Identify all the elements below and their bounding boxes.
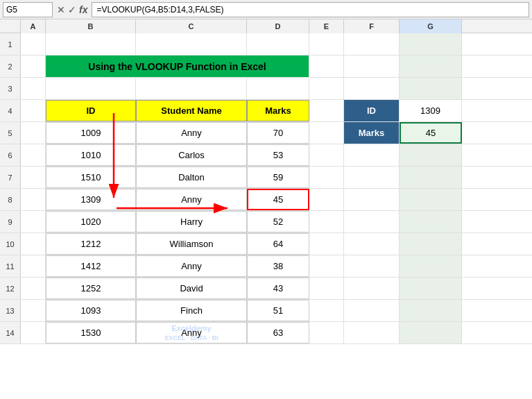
- cell-e11[interactable]: [309, 255, 344, 277]
- cell-g9[interactable]: [400, 211, 462, 232]
- cell-c12[interactable]: David: [136, 278, 247, 299]
- cell-c3[interactable]: [136, 78, 247, 99]
- col-header-a[interactable]: A: [21, 19, 46, 33]
- cell-c10[interactable]: Williamson: [136, 233, 247, 255]
- cell-d4-marks-header[interactable]: Marks: [247, 100, 309, 121]
- cell-g5-lookup-marks-value[interactable]: 45: [400, 122, 462, 144]
- cell-b13[interactable]: 1093: [46, 300, 136, 321]
- cell-a8[interactable]: [21, 189, 46, 210]
- cell-f4-lookup-id-label[interactable]: ID: [344, 100, 400, 121]
- cell-g10[interactable]: [400, 233, 462, 255]
- cell-e1[interactable]: [309, 33, 344, 55]
- cell-b3[interactable]: [46, 78, 136, 99]
- cell-f7[interactable]: [344, 167, 400, 188]
- col-header-g[interactable]: G: [400, 19, 462, 33]
- cell-e10[interactable]: [309, 233, 344, 255]
- cell-e9[interactable]: [309, 211, 344, 232]
- cell-e8[interactable]: [309, 189, 344, 210]
- cell-c7[interactable]: Dalton: [136, 167, 247, 188]
- cell-f14[interactable]: [344, 322, 400, 343]
- cell-c6[interactable]: Carlos: [136, 144, 247, 166]
- cell-c5[interactable]: Anny: [136, 122, 247, 144]
- cell-c4-name-header[interactable]: Student Name: [136, 100, 247, 121]
- function-icon[interactable]: fx: [79, 4, 87, 15]
- col-header-e[interactable]: E: [309, 19, 344, 33]
- cell-d9[interactable]: 52: [247, 211, 309, 232]
- title-cell[interactable]: Using the VLOOKUP Function in Excel: [46, 56, 309, 77]
- cell-g14[interactable]: [400, 322, 462, 343]
- cell-d12[interactable]: 43: [247, 278, 309, 299]
- cell-b6[interactable]: 1010: [46, 144, 136, 166]
- cell-e5[interactable]: [309, 122, 344, 144]
- cell-d1[interactable]: [247, 33, 309, 55]
- cell-g8[interactable]: [400, 189, 462, 210]
- cell-b12[interactable]: 1252: [46, 278, 136, 299]
- cell-b4-id-header[interactable]: ID: [46, 100, 136, 121]
- cell-d7[interactable]: 59: [247, 167, 309, 188]
- cell-g2[interactable]: [400, 56, 462, 77]
- cell-a12[interactable]: [21, 278, 46, 299]
- cell-d8[interactable]: 45: [247, 189, 309, 210]
- cell-f10[interactable]: [344, 233, 400, 255]
- name-box[interactable]: G5: [3, 2, 53, 17]
- cell-a5[interactable]: [21, 122, 46, 144]
- cell-a9[interactable]: [21, 211, 46, 232]
- cell-f5-lookup-marks-label[interactable]: Marks: [344, 122, 400, 144]
- cell-e4[interactable]: [309, 100, 344, 121]
- cell-g6[interactable]: [400, 144, 462, 166]
- cell-c9[interactable]: Harry: [136, 211, 247, 232]
- confirm-icon[interactable]: ✓: [68, 4, 76, 15]
- cell-f2[interactable]: [344, 56, 400, 77]
- cell-e13[interactable]: [309, 300, 344, 321]
- cell-f11[interactable]: [344, 255, 400, 277]
- cell-b9[interactable]: 1020: [46, 211, 136, 232]
- cell-f3[interactable]: [344, 78, 400, 99]
- cell-e3[interactable]: [309, 78, 344, 99]
- cell-e7[interactable]: [309, 167, 344, 188]
- cell-a7[interactable]: [21, 167, 46, 188]
- cell-g7[interactable]: [400, 167, 462, 188]
- cell-g12[interactable]: [400, 278, 462, 299]
- col-header-b[interactable]: B: [46, 19, 136, 33]
- cell-f8[interactable]: [344, 189, 400, 210]
- cell-a10[interactable]: [21, 233, 46, 255]
- cell-b8[interactable]: 1309: [46, 189, 136, 210]
- cell-b10[interactable]: 1212: [46, 233, 136, 255]
- cell-g4-lookup-id-value[interactable]: 1309: [400, 100, 462, 121]
- cell-c14[interactable]: Anny ExceldemyEXCEL · DATA · BI: [136, 322, 247, 343]
- cell-e6[interactable]: [309, 144, 344, 166]
- cell-f13[interactable]: [344, 300, 400, 321]
- cell-a14[interactable]: [21, 322, 46, 343]
- col-header-c[interactable]: C: [136, 19, 247, 33]
- cell-b5[interactable]: 1009: [46, 122, 136, 144]
- cell-d11[interactable]: 38: [247, 255, 309, 277]
- formula-input[interactable]: =VLOOKUP(G4,B5:D14,3,FALSE): [92, 2, 529, 17]
- cell-f6[interactable]: [344, 144, 400, 166]
- cell-d13[interactable]: 51: [247, 300, 309, 321]
- col-header-f[interactable]: F: [344, 19, 400, 33]
- cell-c13-finch[interactable]: Finch: [136, 300, 247, 321]
- cell-d5[interactable]: 70: [247, 122, 309, 144]
- cell-g13[interactable]: [400, 300, 462, 321]
- cell-e14[interactable]: [309, 322, 344, 343]
- cell-c8[interactable]: Anny: [136, 189, 247, 210]
- cell-a13[interactable]: [21, 300, 46, 321]
- cell-b1[interactable]: [46, 33, 136, 55]
- cell-a2[interactable]: [21, 56, 46, 77]
- cell-e12[interactable]: [309, 278, 344, 299]
- cell-f9[interactable]: [344, 211, 400, 232]
- cell-c11[interactable]: Anny: [136, 255, 247, 277]
- cell-a11[interactable]: [21, 255, 46, 277]
- cell-a4[interactable]: [21, 100, 46, 121]
- cancel-icon[interactable]: ✕: [57, 4, 65, 15]
- cell-f12[interactable]: [344, 278, 400, 299]
- cell-c1[interactable]: [136, 33, 247, 55]
- cell-d3[interactable]: [247, 78, 309, 99]
- cell-g3[interactable]: [400, 78, 462, 99]
- col-header-d[interactable]: D: [247, 19, 309, 33]
- cell-b7[interactable]: 1510: [46, 167, 136, 188]
- cell-d14[interactable]: 63: [247, 322, 309, 343]
- cell-f1[interactable]: [344, 33, 400, 55]
- cell-b14[interactable]: 1530: [46, 322, 136, 343]
- cell-a1[interactable]: [21, 33, 46, 55]
